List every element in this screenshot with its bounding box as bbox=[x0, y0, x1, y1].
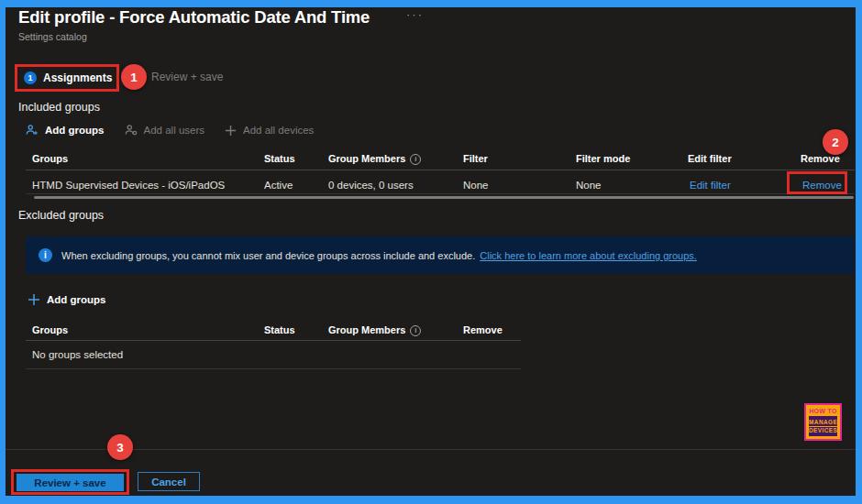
annotation-circle-2: 2 bbox=[823, 129, 848, 155]
excluded-empty-text: No groups selected bbox=[32, 349, 123, 360]
excluded-add-groups-label: Add groups bbox=[47, 294, 106, 305]
row-filter: None bbox=[463, 180, 489, 191]
annotation-box-assignments: 1 Assignments bbox=[15, 64, 119, 92]
edit-filter-link[interactable]: Edit filter bbox=[690, 180, 731, 191]
tab-assignments[interactable]: Assignments bbox=[43, 71, 112, 84]
excluded-col-header-status: Status bbox=[264, 324, 295, 335]
annotation-circle-1: 1 bbox=[121, 64, 147, 90]
logo-text-manage: MANAGE bbox=[809, 419, 837, 427]
add-groups-button[interactable]: Add groups bbox=[26, 124, 105, 137]
col-header-edit-filter: Edit filter bbox=[688, 153, 732, 164]
col-header-group-members: Group Membersi bbox=[328, 153, 421, 165]
excluded-col-header-groups: Groups bbox=[32, 324, 68, 335]
logo-block: MANAGE DEVICES bbox=[808, 415, 838, 437]
add-all-users-label: Add all users bbox=[144, 125, 204, 136]
row-filter-mode: None bbox=[576, 180, 602, 191]
col-header-filter-mode: Filter mode bbox=[576, 153, 630, 164]
col-header-status: Status bbox=[264, 153, 295, 164]
row-members: 0 devices, 0 users bbox=[328, 180, 414, 191]
add-groups-label: Add groups bbox=[45, 125, 105, 136]
plus-icon bbox=[28, 293, 40, 306]
tab-review-save[interactable]: Review + save bbox=[151, 71, 223, 83]
add-all-devices-label: Add all devices bbox=[243, 125, 314, 136]
info-banner-icon: i bbox=[39, 248, 52, 262]
page-subtitle: Settings catalog bbox=[18, 31, 87, 42]
info-banner: i When excluding groups, you cannot mix … bbox=[26, 236, 854, 274]
excluding-groups-learn-more-link[interactable]: Click here to learn more about excluding… bbox=[480, 250, 697, 261]
col-header-groups: Groups bbox=[32, 153, 68, 164]
excluded-table-bottom-divider bbox=[26, 368, 521, 369]
row-group-name: HTMD Supervised Devices - iOS/iPadOS bbox=[32, 180, 225, 191]
more-options-button[interactable]: ··· bbox=[406, 7, 424, 21]
cancel-button[interactable]: Cancel bbox=[138, 472, 200, 491]
excluded-col-header-remove: Remove bbox=[463, 324, 503, 335]
table-horizontal-scrollbar[interactable] bbox=[34, 196, 854, 199]
info-icon: i bbox=[410, 325, 421, 336]
logo-text-devices: DEVICES bbox=[809, 427, 837, 434]
table-row-divider bbox=[26, 193, 855, 194]
edit-profile-window: Edit profile - Force Automatic Date And … bbox=[0, 0, 862, 504]
excluded-add-groups-button[interactable]: Add groups bbox=[28, 293, 106, 306]
annotation-box-remove bbox=[787, 171, 847, 194]
excluded-table-header-divider bbox=[26, 340, 521, 341]
annotation-circle-3: 3 bbox=[107, 434, 133, 460]
person-users-icon bbox=[125, 124, 138, 137]
footer-divider bbox=[6, 449, 856, 450]
add-all-users-button[interactable]: Add all users bbox=[125, 124, 204, 137]
plus-icon bbox=[225, 125, 237, 137]
add-all-devices-button[interactable]: Add all devices bbox=[225, 125, 314, 137]
info-icon: i bbox=[410, 154, 421, 165]
excluded-col-header-group-members: Group Membersi bbox=[328, 324, 421, 336]
included-groups-heading: Included groups bbox=[18, 101, 100, 114]
person-add-icon bbox=[26, 124, 39, 137]
excluded-groups-heading: Excluded groups bbox=[18, 209, 104, 222]
table-header-divider bbox=[26, 170, 855, 170]
annotation-box-review-save bbox=[11, 469, 129, 495]
tab-step-badge: 1 bbox=[24, 71, 37, 84]
row-status: Active bbox=[264, 180, 293, 191]
col-header-filter: Filter bbox=[463, 153, 488, 164]
htmd-logo: HOW TO MANAGE DEVICES bbox=[804, 403, 842, 441]
info-banner-text: When excluding groups, you cannot mix us… bbox=[61, 250, 475, 261]
logo-text-how-to: HOW TO bbox=[808, 407, 838, 415]
page-title: Edit profile - Force Automatic Date And … bbox=[18, 7, 370, 27]
